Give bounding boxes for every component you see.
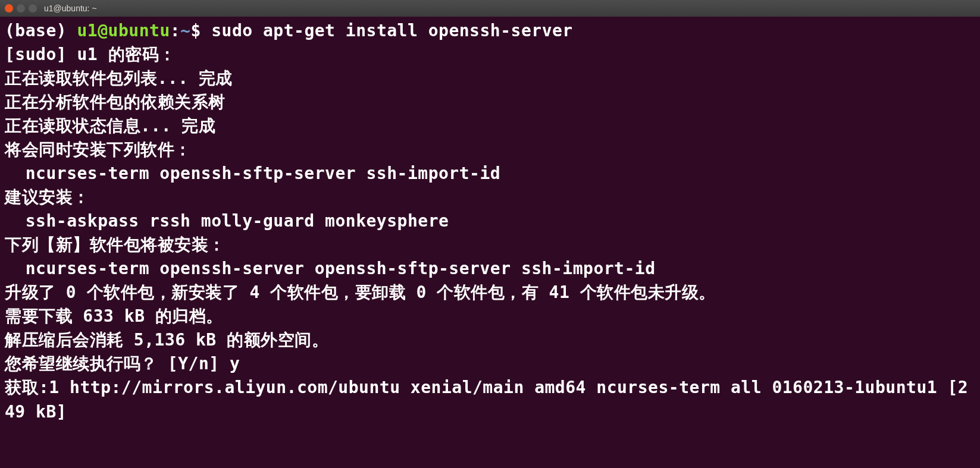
output-line: 建议安装： bbox=[5, 186, 975, 209]
output-line: ssh-askpass rssh molly-guard monkeyspher… bbox=[5, 209, 975, 233]
maximize-icon[interactable] bbox=[29, 4, 37, 12]
output-line: 需要下载 633 kB 的归档。 bbox=[5, 304, 975, 328]
output-line: 您希望继续执行吗？ [Y/n] y bbox=[5, 352, 975, 376]
prompt-dollar: $ bbox=[190, 21, 211, 40]
prompt-line: (base) u1@ubuntu:~$ sudo apt-get install… bbox=[5, 21, 573, 40]
output-line: 将会同时安装下列软件： bbox=[5, 138, 975, 162]
output-line: 获取:1 http://mirrors.aliyun.com/ubuntu xe… bbox=[5, 376, 975, 423]
close-icon[interactable] bbox=[5, 4, 13, 12]
output-line: 正在读取软件包列表... 完成 bbox=[5, 67, 975, 90]
window-title: u1@ubuntu: ~ bbox=[44, 4, 97, 13]
command-text: sudo apt-get install openssh-server bbox=[211, 21, 573, 40]
output-line: ncurses-term openssh-server openssh-sftp… bbox=[5, 257, 975, 281]
prompt-path: ~ bbox=[180, 21, 190, 40]
output-line: ncurses-term openssh-sftp-server ssh-imp… bbox=[5, 162, 975, 186]
prompt-base: (base) bbox=[5, 21, 77, 40]
prompt-colon: : bbox=[170, 21, 180, 40]
minimize-icon[interactable] bbox=[17, 4, 25, 12]
prompt-user: u1 bbox=[77, 21, 98, 40]
window-buttons bbox=[5, 4, 37, 12]
output-line: 正在分析软件包的依赖关系树 bbox=[5, 90, 975, 114]
output-line: [sudo] u1 的密码： bbox=[5, 43, 975, 67]
prompt-at: @ bbox=[98, 21, 108, 40]
output-line: 解压缩后会消耗 5,136 kB 的额外空间。 bbox=[5, 328, 975, 352]
output-line: 升级了 0 个软件包，新安装了 4 个软件包，要卸载 0 个软件包，有 41 个… bbox=[5, 281, 975, 304]
terminal-area[interactable]: (base) u1@ubuntu:~$ sudo apt-get install… bbox=[0, 17, 980, 426]
window-titlebar: u1@ubuntu: ~ bbox=[0, 0, 980, 17]
output-line: 正在读取状态信息... 完成 bbox=[5, 114, 975, 138]
prompt-host: ubuntu bbox=[108, 21, 170, 40]
output-line: 下列【新】软件包将被安装： bbox=[5, 233, 975, 257]
